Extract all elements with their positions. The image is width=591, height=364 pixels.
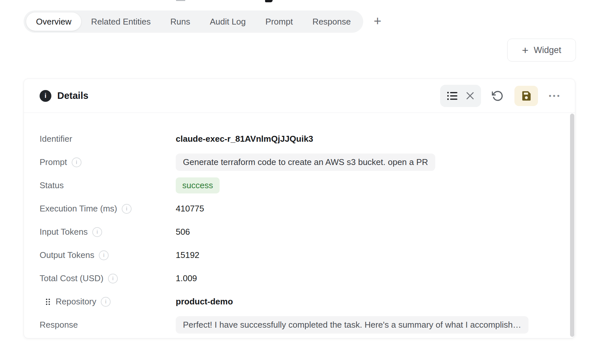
details-card-header: i Details <box>24 79 575 113</box>
add-tab-icon[interactable]: + <box>374 14 381 29</box>
field-row-total-cost: Total Cost (USD) i 1.009 <box>40 267 559 290</box>
identifier-value: claude-exec-r_81AVnlmQjJJQuik3 <box>176 134 313 144</box>
field-label: Repository <box>56 297 96 307</box>
widget-button-label: Widget <box>534 45 561 55</box>
scrollbar-thumb[interactable] <box>570 114 574 337</box>
status-badge: success <box>176 177 220 193</box>
execution-time-value: 410775 <box>176 204 204 214</box>
info-icon[interactable]: i <box>122 204 132 214</box>
view-mode-group <box>440 85 481 107</box>
details-field-list: Identifier claude-exec-r_81AVnlmQjJJQuik… <box>24 113 575 337</box>
field-row-status: Status success <box>40 174 559 197</box>
save-icon <box>520 90 532 102</box>
response-value[interactable]: Perfect! I have successfully completed t… <box>176 316 528 334</box>
field-row-response: Response Perfect! I have successfully co… <box>40 313 559 337</box>
info-icon[interactable]: i <box>92 227 102 237</box>
info-icon[interactable]: i <box>108 274 118 283</box>
save-button[interactable] <box>514 86 538 106</box>
plus-icon: + <box>522 45 528 56</box>
drag-handle-icon[interactable] <box>45 298 50 305</box>
page-title-fragment <box>176 0 185 1</box>
add-widget-button[interactable]: + Widget <box>507 39 576 62</box>
list-view-icon[interactable] <box>447 91 458 101</box>
field-label: Total Cost (USD) <box>40 273 103 283</box>
tab-prompt[interactable]: Prompt <box>256 12 303 31</box>
field-row-output-tokens: Output Tokens i 15192 <box>40 244 559 267</box>
field-row-prompt: Prompt i Generate terraform code to crea… <box>40 151 559 174</box>
repository-value: product-demo <box>176 297 233 307</box>
field-label: Status <box>40 180 64 191</box>
prompt-value[interactable]: Generate terraform code to create an AWS… <box>176 154 435 171</box>
card-header-actions: ••• <box>440 85 561 107</box>
info-icon[interactable]: i <box>72 157 81 167</box>
info-icon[interactable]: i <box>99 250 109 260</box>
tab-response[interactable]: Response <box>303 12 361 31</box>
tab-related-entities[interactable]: Related Entities <box>81 12 160 31</box>
tab-audit-log[interactable]: Audit Log <box>200 12 256 31</box>
field-row-execution-time: Execution Time (ms) i 410775 <box>40 197 559 220</box>
field-label: Identifier <box>40 134 72 144</box>
field-label: Response <box>40 320 78 330</box>
tab-bar: Overview Related Entities Runs Audit Log… <box>24 10 381 33</box>
field-row-repository: Repository i product-demo <box>40 290 559 313</box>
field-row-identifier: Identifier claude-exec-r_81AVnlmQjJJQuik… <box>40 127 559 151</box>
info-filled-icon: i <box>40 90 51 102</box>
card-title: Details <box>57 90 88 101</box>
page-title-fragment <box>265 0 273 2</box>
field-row-input-tokens: Input Tokens i 506 <box>40 220 559 244</box>
more-options-icon[interactable]: ••• <box>549 92 561 100</box>
details-card: i Details <box>24 79 575 338</box>
field-label: Prompt <box>40 157 67 167</box>
total-cost-value: 1.009 <box>176 273 197 283</box>
field-label: Output Tokens <box>40 250 94 260</box>
field-label: Input Tokens <box>40 227 88 237</box>
close-icon[interactable] <box>466 91 475 100</box>
tab-overview[interactable]: Overview <box>26 12 81 31</box>
tab-runs[interactable]: Runs <box>160 12 200 31</box>
tab-list: Overview Related Entities Runs Audit Log… <box>24 10 363 33</box>
undo-icon[interactable] <box>492 90 504 102</box>
input-tokens-value: 506 <box>176 227 190 237</box>
field-label: Execution Time (ms) <box>40 204 117 214</box>
info-icon[interactable]: i <box>101 297 111 307</box>
output-tokens-value: 15192 <box>176 250 199 260</box>
